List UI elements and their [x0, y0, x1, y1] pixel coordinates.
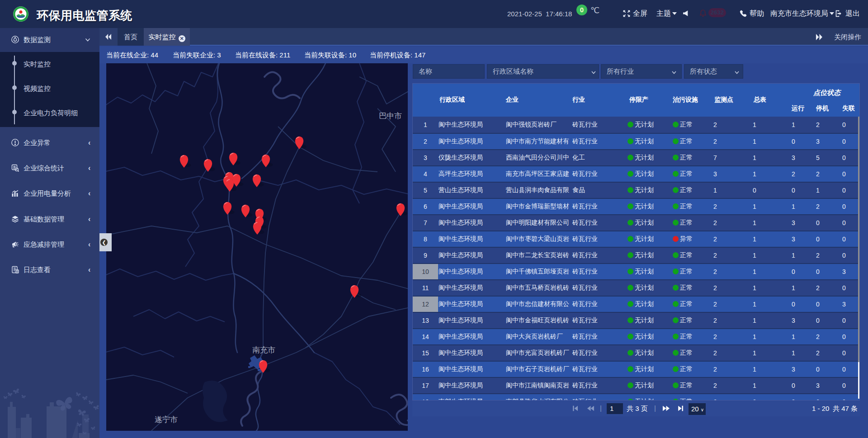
svg-text:巴中市: 巴中市: [379, 112, 402, 120]
svg-text:遂宁市: 遂宁市: [155, 415, 178, 424]
svg-text:南充市: 南充市: [252, 346, 275, 354]
